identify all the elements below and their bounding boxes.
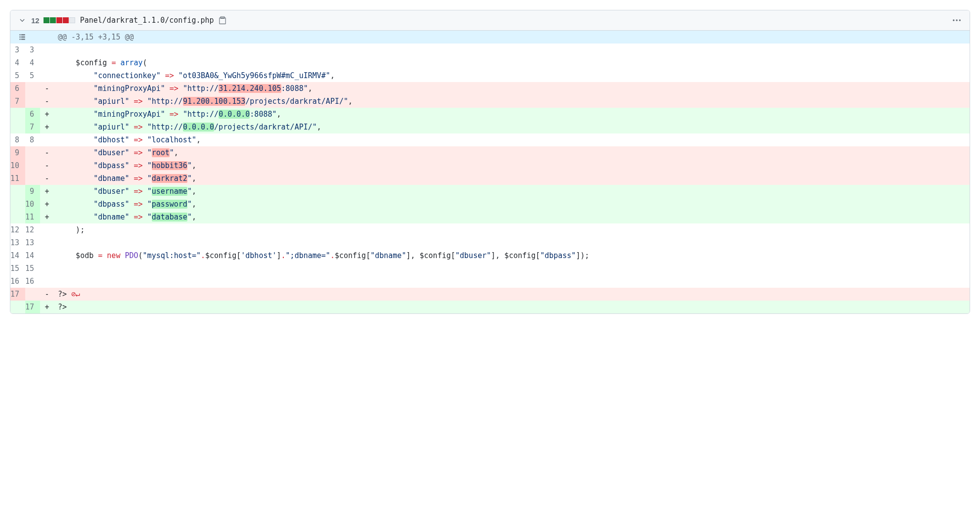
new-line-number[interactable]: 4 — [25, 56, 40, 69]
code-cell[interactable]: "dbuser" => "username", — [54, 185, 970, 198]
old-line-number[interactable] — [10, 211, 25, 223]
code-cell[interactable]: "dbuser" => "root", — [54, 146, 970, 159]
old-line-number[interactable] — [10, 301, 25, 313]
new-line-number[interactable] — [25, 146, 40, 159]
diffstat-add-square — [44, 17, 49, 23]
diff-row: 10- "dbpass" => "hobbit36", — [10, 159, 970, 172]
code-cell[interactable]: ?> ⊘↵ — [54, 288, 970, 301]
old-line-number[interactable]: 9 — [10, 146, 25, 159]
code-cell[interactable] — [54, 236, 970, 249]
new-line-number[interactable]: 9 — [25, 185, 40, 198]
file-menu-button[interactable] — [952, 15, 962, 25]
expand-icon[interactable] — [18, 33, 27, 42]
new-line-number[interactable]: 8 — [25, 133, 40, 146]
diff-marker: + — [40, 108, 54, 121]
old-line-number[interactable]: 14 — [10, 249, 25, 262]
diff-row: 9- "dbuser" => "root", — [10, 146, 970, 159]
old-line-number[interactable]: 4 — [10, 56, 25, 69]
old-line-number[interactable]: 7 — [10, 95, 25, 108]
code-cell[interactable]: "dbhost" => "localhost", — [54, 133, 970, 146]
new-line-number[interactable]: 11 — [25, 211, 40, 223]
diffstat — [44, 17, 75, 23]
clipboard-icon — [218, 16, 227, 25]
code-cell[interactable]: "apiurl" => "http://91.200.100.153/proje… — [54, 95, 970, 108]
diff-marker — [40, 133, 54, 146]
code-cell[interactable] — [54, 262, 970, 275]
new-line-number[interactable]: 12 — [25, 223, 40, 236]
new-line-number[interactable]: 13 — [25, 236, 40, 249]
diff-marker: + — [40, 301, 54, 313]
old-line-number[interactable]: 11 — [10, 172, 25, 185]
new-line-number[interactable]: 10 — [25, 198, 40, 211]
new-line-number[interactable]: 3 — [25, 44, 40, 56]
diff-row: 6- "miningProxyApi" => "http://31.214.24… — [10, 82, 970, 95]
new-line-number[interactable]: 14 — [25, 249, 40, 262]
old-line-number[interactable]: 10 — [10, 159, 25, 172]
code-cell[interactable]: $config = array( — [54, 56, 970, 69]
collapse-toggle[interactable] — [18, 16, 26, 24]
old-line-number[interactable]: 3 — [10, 44, 25, 56]
new-line-number[interactable] — [25, 82, 40, 95]
diff-file: 12 Panel/darkrat_1.1.0/config.php — [10, 10, 970, 314]
copy-path-button[interactable] — [218, 16, 227, 25]
code-cell[interactable]: "dbname" => "darkrat2", — [54, 172, 970, 185]
diff-marker: + — [40, 185, 54, 198]
old-line-number[interactable] — [10, 198, 25, 211]
code-cell[interactable]: ); — [54, 223, 970, 236]
diff-row: 17-?> ⊘↵ — [10, 288, 970, 301]
diff-row: 55 "connectionkey" => "ot03BA0&_YwGh5y96… — [10, 69, 970, 82]
new-line-number[interactable]: 7 — [25, 121, 40, 133]
code-cell[interactable]: $odb = new PDO("mysql:host=".$config['db… — [54, 249, 970, 262]
diff-marker: - — [40, 82, 54, 95]
old-line-number[interactable] — [10, 108, 25, 121]
diff-marker — [40, 275, 54, 288]
new-line-number[interactable] — [25, 159, 40, 172]
new-line-number[interactable]: 6 — [25, 108, 40, 121]
diffstat-add-square — [50, 17, 56, 23]
code-cell[interactable]: "dbpass" => "password", — [54, 198, 970, 211]
old-line-number[interactable]: 12 — [10, 223, 25, 236]
hunk-header-row: @@ -3,15 +3,15 @@ — [10, 31, 970, 44]
code-cell[interactable]: "connectionkey" => "ot03BA0&_YwGh5y966sf… — [54, 69, 970, 82]
new-line-number[interactable] — [25, 172, 40, 185]
code-cell[interactable]: "dbname" => "database", — [54, 211, 970, 223]
code-cell[interactable] — [54, 44, 970, 56]
old-line-number[interactable]: 6 — [10, 82, 25, 95]
diff-row: 11+ "dbname" => "database", — [10, 211, 970, 223]
code-cell[interactable] — [54, 275, 970, 288]
code-cell[interactable]: "apiurl" => "http://0.0.0.0/projects/dar… — [54, 121, 970, 133]
diff-marker — [40, 249, 54, 262]
new-line-number[interactable]: 5 — [25, 69, 40, 82]
code-cell[interactable]: "miningProxyApi" => "http://0.0.0.0:8088… — [54, 108, 970, 121]
chevron-down-icon — [18, 16, 26, 24]
old-line-number[interactable]: 16 — [10, 275, 25, 288]
old-line-number[interactable]: 17 — [10, 288, 25, 301]
old-line-number[interactable] — [10, 185, 25, 198]
diffstat-neutral-square — [69, 17, 75, 23]
kebab-icon — [952, 15, 962, 25]
diff-row: 1212 ); — [10, 223, 970, 236]
diff-marker: - — [40, 159, 54, 172]
old-line-number[interactable]: 13 — [10, 236, 25, 249]
file-path-link[interactable]: Panel/darkrat_1.1.0/config.php — [80, 16, 214, 25]
diff-row: 6+ "miningProxyApi" => "http://0.0.0.0:8… — [10, 108, 970, 121]
diff-marker: + — [40, 211, 54, 223]
code-cell[interactable]: "dbpass" => "hobbit36", — [54, 159, 970, 172]
new-line-number[interactable] — [25, 288, 40, 301]
diff-row: 1414 $odb = new PDO("mysql:host=".$confi… — [10, 249, 970, 262]
old-line-number[interactable]: 8 — [10, 133, 25, 146]
code-cell[interactable]: "miningProxyApi" => "http://31.214.240.1… — [54, 82, 970, 95]
diff-marker — [40, 69, 54, 82]
new-line-number[interactable]: 17 — [25, 301, 40, 313]
old-line-number[interactable]: 5 — [10, 69, 25, 82]
new-line-number[interactable]: 15 — [25, 262, 40, 275]
new-line-number[interactable] — [25, 95, 40, 108]
diff-marker: - — [40, 146, 54, 159]
old-line-number[interactable] — [10, 121, 25, 133]
code-cell[interactable]: ?> — [54, 301, 970, 313]
diff-row: 11- "dbname" => "darkrat2", — [10, 172, 970, 185]
new-line-number[interactable]: 16 — [25, 275, 40, 288]
old-line-number[interactable]: 15 — [10, 262, 25, 275]
change-count: 12 — [31, 16, 40, 25]
svg-point-2 — [959, 19, 961, 21]
